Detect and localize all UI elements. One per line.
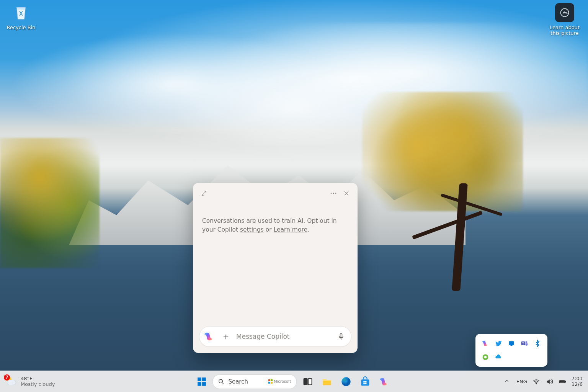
- svg-rect-15: [202, 382, 206, 386]
- copilot-taskbar-button[interactable]: [376, 374, 392, 390]
- start-button[interactable]: [194, 374, 209, 389]
- learn-more-link[interactable]: Learn more: [274, 226, 307, 233]
- weather-icon: 7: [5, 376, 17, 387]
- svg-text:T: T: [522, 342, 524, 345]
- recycle-bin-icon: [11, 3, 31, 22]
- copilot-input-row: ＋: [199, 326, 351, 347]
- search-icon: [218, 379, 224, 385]
- clock[interactable]: 7:03 12/6: [572, 376, 583, 387]
- language-indicator[interactable]: ENG: [516, 379, 527, 384]
- svg-rect-22: [365, 381, 367, 382]
- spotlight-label: Learn about this picture: [548, 24, 581, 36]
- svg-point-3: [335, 193, 336, 194]
- wifi-icon[interactable]: [532, 378, 540, 385]
- recycle-bin-label: Recycle Bin: [5, 24, 38, 30]
- battery-icon[interactable]: [559, 378, 566, 385]
- svg-point-9: [526, 341, 528, 343]
- svg-rect-13: [202, 377, 206, 381]
- svg-rect-23: [364, 383, 365, 384]
- system-tray: ENG 7:03 12/6: [503, 376, 588, 387]
- tray-bird-icon[interactable]: [493, 338, 504, 349]
- notice-text-2: or: [264, 226, 274, 233]
- svg-rect-17: [304, 378, 307, 384]
- svg-rect-6: [511, 345, 513, 346]
- clock-time: 7:03: [572, 376, 583, 382]
- tray-security-icon[interactable]: [506, 338, 517, 349]
- notice-text-3: .: [307, 226, 309, 233]
- more-button[interactable]: [328, 188, 338, 198]
- svg-rect-18: [309, 378, 312, 384]
- windows-spotlight[interactable]: Learn about this picture: [548, 3, 581, 36]
- copilot-input[interactable]: [235, 332, 331, 341]
- copilot-notice: Conversations are used to train AI. Opt …: [199, 198, 351, 326]
- svg-rect-5: [509, 341, 514, 345]
- svg-rect-14: [198, 382, 202, 386]
- tray-onedrive-icon[interactable]: [493, 351, 504, 363]
- store-button[interactable]: [357, 374, 373, 390]
- tray-app-icon[interactable]: [480, 351, 491, 363]
- svg-rect-21: [364, 381, 365, 382]
- voice-input-button[interactable]: [335, 330, 347, 343]
- recycle-bin[interactable]: Recycle Bin: [5, 3, 38, 30]
- tray-copilot-icon[interactable]: [480, 338, 491, 349]
- copilot-panel: Conversations are used to train AI. Opt …: [193, 183, 358, 353]
- close-button[interactable]: [341, 188, 351, 198]
- weather-widget[interactable]: 7 48°F Mostly cloudy: [0, 376, 84, 387]
- trees-left-decoration: [0, 138, 100, 268]
- search-brand: Microsoft: [268, 379, 291, 384]
- new-chat-button[interactable]: ＋: [220, 331, 232, 342]
- svg-point-16: [219, 379, 222, 383]
- svg-point-1: [331, 193, 332, 194]
- file-explorer-button[interactable]: [319, 374, 335, 390]
- edge-button[interactable]: [338, 374, 354, 390]
- tray-overflow-popup: T: [475, 334, 547, 367]
- svg-rect-27: [565, 381, 565, 382]
- tree-right-decoration: [362, 92, 523, 291]
- svg-point-2: [333, 193, 334, 194]
- svg-point-25: [536, 383, 537, 384]
- taskbar-search[interactable]: Search Microsoft: [212, 374, 297, 389]
- tray-bluetooth-icon[interactable]: [532, 338, 543, 349]
- weather-condition: Mostly cloudy: [21, 382, 55, 387]
- volume-icon[interactable]: [546, 378, 553, 385]
- settings-link[interactable]: settings: [240, 226, 264, 233]
- weather-temp: 48°F: [21, 376, 55, 382]
- weather-badge: 7: [4, 374, 10, 381]
- svg-rect-28: [560, 381, 564, 382]
- taskbar: 7 48°F Mostly cloudy Search Microsoft: [0, 371, 588, 392]
- clock-date: 12/6: [572, 382, 583, 387]
- svg-rect-20: [361, 379, 369, 385]
- search-label: Search: [228, 378, 248, 385]
- tray-overflow-button[interactable]: [503, 377, 511, 386]
- spotlight-icon: [555, 3, 574, 22]
- svg-point-11: [484, 356, 487, 359]
- svg-rect-4: [340, 334, 342, 338]
- copilot-logo-icon: [203, 330, 216, 343]
- svg-rect-12: [198, 377, 202, 381]
- tray-teams-icon[interactable]: T: [519, 338, 530, 349]
- task-view-button[interactable]: [300, 374, 316, 390]
- svg-rect-24: [365, 383, 367, 384]
- expand-button[interactable]: [199, 188, 209, 198]
